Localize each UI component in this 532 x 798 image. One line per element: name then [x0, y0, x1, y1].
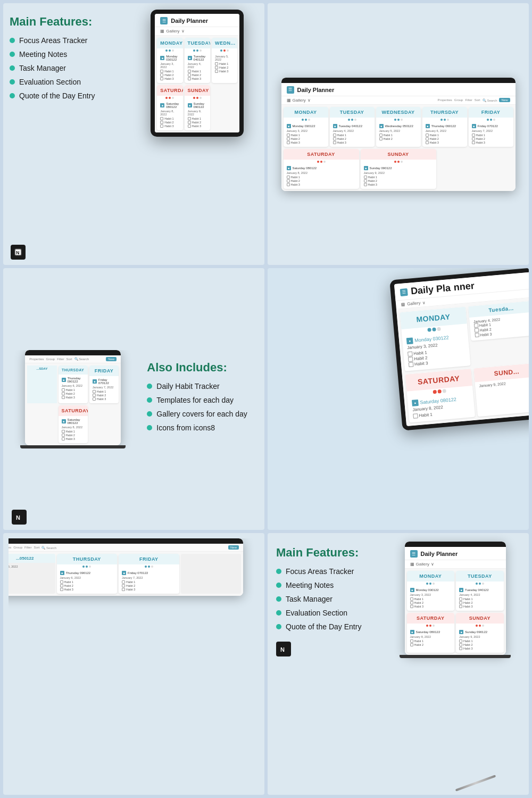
- cal-large-mon: ■: [406, 337, 413, 344]
- dot-t2: [196, 49, 198, 52]
- main-features-section-2: Main Features: Focus Areas Tracker Meeti…: [276, 542, 385, 661]
- feature-dot-6-3: [276, 596, 281, 602]
- feature-item-6-2: Meeting Notes: [276, 581, 385, 589]
- laptop-mockup-3: Properties Group Filter Sort 🔍 Search Ne…: [25, 350, 121, 448]
- new-btn-3[interactable]: New: [106, 357, 117, 361]
- also-item-4: Icons from icons8: [147, 423, 253, 432]
- gallery-bar-2: ▦ Gallery ∨ Properties Group Filter Sort…: [281, 96, 516, 105]
- tuesday-entry: ■ Tuesday 040122: [188, 55, 207, 61]
- feature-dot-4: [10, 79, 15, 85]
- main-features-section: Main Features: Focus Areas Tracker Meeti…: [10, 10, 131, 111]
- sat-large: SATURDAY ■ Saturday 080122 January 8, 20: [405, 369, 475, 422]
- cell-top-right: ☰ Daily Planner ▦ Gallery ∨ Properties G…: [268, 3, 529, 265]
- sat-entry-5: ■ Saturday 080122: [287, 166, 356, 170]
- notion-header-6: ☰ Daily Planner: [405, 547, 506, 560]
- mon-hdr-5: MONDAY: [284, 107, 328, 118]
- sun-dots-5: [361, 160, 436, 164]
- app-title-4: Daily Pla: [410, 282, 451, 297]
- cal-5-sun: ■: [364, 166, 368, 170]
- dot-w1: [220, 49, 222, 52]
- cell-top-left: Main Features: Focus Areas Tracker Meeti…: [3, 3, 264, 265]
- laptop-container-6: ☰ Daily Planner ▦ Gallery ∨ MONDAY: [390, 542, 520, 658]
- tilted-tablet-container: ☰ Daily Pla nner ▦ Gallery ∨ MONDAY: [389, 268, 529, 431]
- sun-large-partial: SUND... January 9, 2022: [473, 363, 529, 417]
- gallery-label-4: Gallery: [407, 301, 421, 306]
- fri-body-5: ■ Friday 070122 January 7, 2022 Habit 1 …: [469, 122, 513, 147]
- day-grid-1: MONDAY ■ Monday 030122 January 3, 2022: [155, 36, 239, 85]
- s-checkbox-3: [160, 124, 163, 128]
- tue-large: Tuesda... January 4, 2022 Habit 1 Habit …: [468, 301, 529, 341]
- also-label-4: Icons from icons8: [156, 423, 215, 432]
- tue-dots-5: [330, 118, 375, 122]
- su-habit-2: Habit 2: [188, 121, 207, 124]
- calendar-icon: ■: [160, 56, 164, 60]
- sun-card-6: SUNDAY ■ Sunday 090122 January 9, 2022: [456, 613, 504, 653]
- w-checkbox-3: [215, 70, 218, 73]
- filter-text-5: Filter: [24, 546, 31, 549]
- titlebar-5: [9, 538, 243, 544]
- calendar-icon-s: ■: [160, 103, 164, 107]
- search-text-5: 🔍 Search: [41, 546, 56, 550]
- notion-app-icon-2: ☰: [287, 86, 294, 94]
- feature-label-2: Meeting Notes: [19, 50, 67, 59]
- dot-1: [165, 49, 168, 52]
- saturday-body: ■ Saturday 080122 January 8, 2022 Habit …: [157, 100, 182, 130]
- group-btn[interactable]: Group: [454, 98, 463, 102]
- thu-hdr-5: THURSDAY: [422, 107, 467, 118]
- main-features-title-2: Main Features:: [276, 546, 385, 560]
- monday-card: MONDAY ■ Monday 030122 January 3, 2022: [157, 38, 182, 83]
- gallery-icon: ▦: [160, 29, 164, 34]
- sort-btn[interactable]: Sort: [475, 98, 480, 102]
- also-includes-title: Also Includes:: [147, 361, 253, 375]
- feature-label-3: Task Manager: [19, 64, 66, 72]
- sat-hdr-5: SATURDAY: [284, 149, 359, 160]
- habit-2: Habit 2: [160, 73, 179, 77]
- sat-card-6: SATURDAY ■ Saturday 080122 January 8, 20: [407, 613, 455, 653]
- feature-item-5: Quote of the Day Entry: [10, 92, 131, 100]
- w-habit-2: Habit 2: [215, 66, 234, 69]
- search-btn[interactable]: 🔍 Search: [483, 98, 497, 102]
- feature-dot-1: [10, 38, 15, 43]
- new-btn[interactable]: New: [499, 98, 510, 102]
- mon-entry-5: ■ Monday 030122: [287, 124, 325, 128]
- filter-btn[interactable]: Filter: [465, 98, 472, 102]
- cal-5-mon: ■: [287, 124, 291, 128]
- properties-btn[interactable]: Properties: [437, 98, 452, 102]
- feature-item-3: Task Manager: [10, 64, 131, 72]
- search-text: 🔍 Search: [74, 357, 89, 361]
- mon-card-6: MONDAY ■ Monday 030122 January 3, 2022: [407, 571, 455, 611]
- pen-stylus: [455, 775, 496, 791]
- sun-entry-5: ■ Sunday 090122: [364, 166, 433, 170]
- monday-entry-text: Monday 030122: [166, 55, 179, 61]
- feature-label-5: Quote of the Day Entry: [19, 92, 95, 100]
- calendar-icon-t: ■: [188, 56, 192, 60]
- feature-label-6-3: Task Manager: [286, 595, 332, 603]
- su-checkbox-3: [188, 124, 191, 128]
- cal-5-fri: ■: [472, 124, 476, 128]
- dot-su3: [200, 97, 202, 99]
- wednesday-header: WEDN...: [212, 38, 237, 48]
- su-checkbox-2: [188, 121, 191, 124]
- partial-right-5: [181, 554, 242, 594]
- mon-card-5col: MONDAY ■ Monday 030122 January 3, 2022 H…: [284, 107, 328, 147]
- gallery-label-2: Gallery: [293, 98, 306, 103]
- t-habit-2: Habit 2: [188, 73, 207, 77]
- new-btn-5[interactable]: New: [228, 545, 239, 550]
- tue-body-5: ■ Tuesday 040122 January 4, 2022 Habit 1…: [330, 122, 375, 147]
- fri-body-5b: ■ Friday 070122 January 7, 2022 Habit 1 …: [119, 569, 179, 594]
- feature-item-1: Focus Areas Tracker: [10, 36, 131, 45]
- sunday-dots: [185, 96, 210, 100]
- wednesday-date: January 5, 2022: [215, 55, 234, 61]
- fri-small: FRIDAY ■ Friday 070122 January 7, 2022 H…: [89, 365, 119, 403]
- sunday-entry-text: Sunday 090122: [194, 102, 207, 109]
- wed-entry-5: ■ Wednesday 050122: [379, 124, 418, 128]
- large-grid-4: MONDAY ■ Monday 030122 January 3, 2022: [396, 297, 529, 375]
- also-label-1: Daily Habit Tracker: [156, 382, 219, 390]
- app-title-4b: nner: [453, 280, 475, 293]
- props-bar-5: Properties Group Filter Sort 🔍 Search Ne…: [9, 544, 243, 552]
- s-habit-3: Habit 3: [160, 124, 179, 128]
- cell-bottom-left: Properties Group Filter Sort 🔍 Search Ne…: [3, 533, 264, 795]
- also-item-1: Daily Habit Tracker: [147, 382, 253, 390]
- props-text-5: Properties: [9, 546, 11, 549]
- sday-label: ...SDAY: [27, 365, 56, 403]
